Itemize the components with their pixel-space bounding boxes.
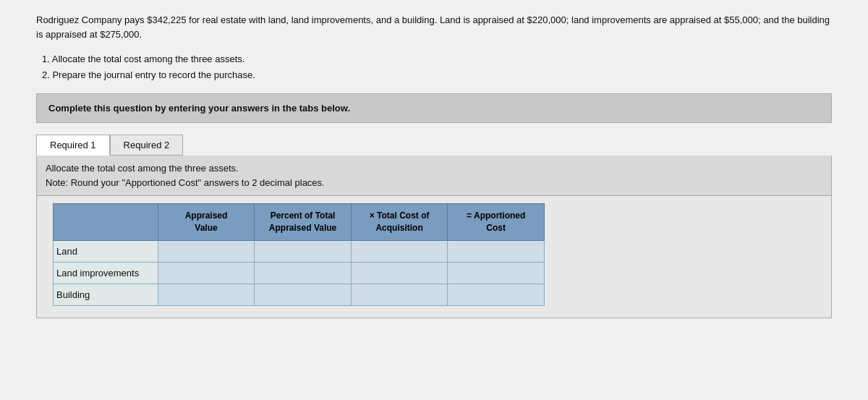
improvements-apportioned-cell[interactable]	[448, 262, 545, 284]
land-apportioned-cell[interactable]	[448, 240, 545, 262]
col-header-appraised: AppraisedValue	[158, 204, 255, 241]
land-total-cost-cell[interactable]	[351, 240, 448, 262]
row-label-land-improvements: Land improvements	[54, 262, 158, 284]
table-row: Building	[54, 284, 545, 305]
building-appraised-cell[interactable]	[158, 284, 255, 305]
improvements-appraised-cell[interactable]	[158, 262, 255, 284]
col-header-apportioned: = ApportionedCost	[448, 204, 545, 241]
instructions: 1. Allocate the total cost among the thr…	[36, 51, 832, 83]
improvements-percent-input[interactable]	[258, 263, 348, 284]
table-row: Land	[54, 240, 545, 262]
land-appraised-input[interactable]	[161, 241, 252, 262]
problem-text: Rodriguez Company pays $342,225 for real…	[36, 13, 832, 41]
row-label-building: Building	[54, 284, 158, 305]
allocation-table: AppraisedValue Percent of TotalAppraised…	[53, 203, 545, 306]
improvements-total-cost-input[interactable]	[354, 263, 445, 284]
land-percent-cell[interactable]	[255, 240, 352, 262]
col-header-empty	[54, 204, 158, 241]
tab-instruction: Allocate the total cost among the three …	[37, 156, 831, 196]
col-header-percent: Percent of TotalAppraised Value	[255, 204, 352, 241]
tab-required2[interactable]: Required 2	[110, 135, 184, 156]
building-total-cost-cell[interactable]	[351, 284, 448, 305]
building-percent-input[interactable]	[258, 284, 348, 305]
complete-notice: Complete this question by entering your …	[36, 93, 832, 123]
land-total-cost-input[interactable]	[354, 241, 445, 262]
building-percent-cell[interactable]	[255, 284, 352, 305]
building-apportioned-input[interactable]	[451, 284, 541, 305]
table-wrapper: AppraisedValue Percent of TotalAppraised…	[37, 196, 831, 318]
tab-required1[interactable]: Required 1	[36, 135, 110, 156]
problem-statement: Rodriguez Company pays $342,225 for real…	[36, 14, 830, 40]
building-apportioned-cell[interactable]	[448, 284, 545, 305]
building-total-cost-input[interactable]	[354, 284, 445, 305]
table-row: Land improvements	[54, 262, 545, 284]
instruction-2: 2. Prepare the journal entry to record t…	[42, 67, 832, 83]
tab-instruction-line1: Allocate the total cost among the three …	[46, 161, 822, 176]
col-header-total-cost: × Total Cost ofAcquisition	[351, 204, 448, 241]
improvements-total-cost-cell[interactable]	[351, 262, 448, 284]
instruction-1: 1. Allocate the total cost among the thr…	[42, 51, 832, 67]
tabs-row: Required 1 Required 2	[36, 135, 832, 156]
building-appraised-input[interactable]	[161, 284, 252, 305]
tab-content: Allocate the total cost among the three …	[36, 156, 832, 318]
tab-instruction-line2: Note: Round your "Apportioned Cost" answ…	[46, 176, 822, 190]
land-percent-input[interactable]	[258, 241, 348, 262]
land-apportioned-input[interactable]	[451, 241, 541, 262]
land-appraised-cell[interactable]	[158, 240, 255, 262]
improvements-apportioned-input[interactable]	[451, 263, 541, 284]
row-label-land: Land	[54, 240, 158, 262]
improvements-percent-cell[interactable]	[255, 262, 352, 284]
page-container: Rodriguez Company pays $342,225 for real…	[36, 13, 832, 318]
improvements-appraised-input[interactable]	[161, 263, 252, 284]
